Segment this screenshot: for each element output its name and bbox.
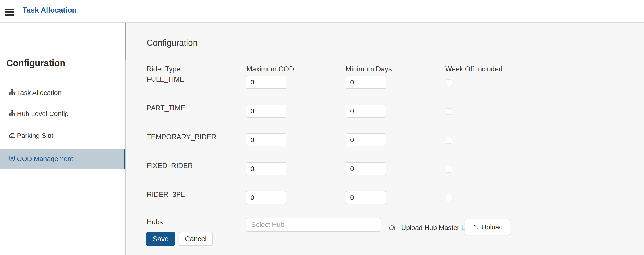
top-bar: Task Allocation xyxy=(0,0,644,23)
rider-row: FULL_TIME xyxy=(147,72,619,101)
maximum-cod-input[interactable] xyxy=(246,162,286,175)
rider-type-label: RIDER_3PL xyxy=(147,190,185,199)
maximum-cod-input[interactable] xyxy=(246,191,286,204)
rider-row: FIXED_RIDER xyxy=(147,159,619,187)
main-content: Configuration Rider Type Maximum COD Min… xyxy=(126,23,644,255)
sidebar-item-label: Parking Slot xyxy=(17,132,53,140)
page-title: Configuration xyxy=(147,37,198,49)
sidebar-heading: Configuration xyxy=(6,57,65,69)
sidebar-item-cod-management[interactable]: COD Management xyxy=(0,149,125,169)
week-off-checkbox[interactable] xyxy=(446,79,452,86)
upload-button-label: Upload xyxy=(481,223,503,231)
upload-icon xyxy=(472,224,478,230)
sidebar: Configuration Task Allocation Hub Level … xyxy=(0,23,125,255)
week-off-checkbox[interactable] xyxy=(446,108,452,115)
rider-type-label: PART_TIME xyxy=(147,104,185,112)
org-users-icon xyxy=(8,89,16,97)
org-users-icon xyxy=(8,109,16,118)
rider-type-label: FIXED_RIDER xyxy=(147,161,193,170)
rider-type-label: TEMPORARY_RIDER xyxy=(147,133,216,141)
maximum-cod-input[interactable] xyxy=(246,76,286,89)
minimum-days-input[interactable] xyxy=(346,191,386,204)
rider-type-label: FULL_TIME xyxy=(147,75,184,84)
or-label: Or xyxy=(388,223,396,232)
week-off-checkbox[interactable] xyxy=(446,137,452,144)
task-allocation-page: Task Allocation Configuration Task Alloc… xyxy=(0,0,644,255)
upload-hub-master-list-label: Upload Hub Master List xyxy=(401,223,472,232)
upload-button[interactable]: Upload xyxy=(465,219,510,235)
maximum-cod-input[interactable] xyxy=(246,105,286,118)
app-title: Task Allocation xyxy=(22,6,76,15)
select-hub-input[interactable] xyxy=(246,218,381,231)
sidebar-item-task-allocation[interactable]: Task Allocation xyxy=(0,83,125,103)
cancel-button[interactable]: Cancel xyxy=(179,232,213,246)
sidebar-item-label: Task Allocation xyxy=(17,89,62,97)
maximum-cod-input[interactable] xyxy=(246,133,286,146)
minimum-days-input[interactable] xyxy=(346,162,386,175)
sidebar-item-label: Hub Level Config xyxy=(17,110,69,118)
minimum-days-input[interactable] xyxy=(346,76,386,89)
sidebar-item-label: COD Management xyxy=(17,155,73,163)
rider-rows: FULL_TIME PART_TIME TEMPORARY_RIDER FI xyxy=(147,72,619,216)
rider-row: RIDER_3PL xyxy=(147,187,619,216)
save-button[interactable]: Save xyxy=(146,232,175,246)
minimum-days-input[interactable] xyxy=(346,105,386,118)
hubs-label: Hubs xyxy=(147,218,163,227)
week-off-checkbox[interactable] xyxy=(446,166,452,173)
car-icon xyxy=(8,131,16,140)
minimum-days-input[interactable] xyxy=(346,133,386,146)
sidebar-item-parking-slot[interactable]: Parking Slot xyxy=(0,126,125,146)
shield-yen-icon xyxy=(8,155,16,163)
sidebar-item-hub-level-config[interactable]: Hub Level Config xyxy=(0,104,125,124)
rider-row: PART_TIME xyxy=(147,101,619,130)
week-off-checkbox[interactable] xyxy=(446,195,452,201)
hamburger-menu-icon[interactable] xyxy=(5,9,14,16)
rider-row: TEMPORARY_RIDER xyxy=(147,130,619,159)
